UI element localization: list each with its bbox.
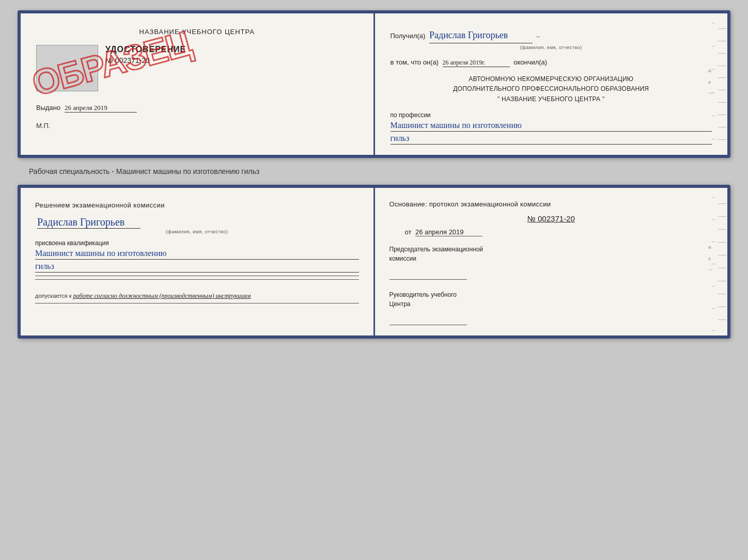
issued-line: Выдано 26 апреля 2019 (36, 104, 358, 113)
org-line1: АВТОНОМНУЮ НЕКОММЕРЧЕСКУЮ ОРГАНИЗАЦИЮ (391, 74, 712, 84)
chairman-signature (389, 265, 467, 280)
underline3 (35, 303, 359, 303)
director-label1: Руководитель учебного (389, 290, 713, 299)
chairman-block: Председатель экзаменационной комиссии (389, 245, 713, 280)
deco-line (718, 41, 726, 41)
deco-line (718, 281, 726, 281)
director-label2: Центра (389, 299, 713, 309)
cert-number: № 002371-20 (105, 56, 186, 65)
date-of: от 26 апреля 2019 (405, 228, 713, 236)
deco-line (718, 139, 726, 140)
deco-line (718, 66, 726, 66)
allowed-prefix: допускается к (35, 293, 72, 299)
chairman-label2: комиссии (389, 254, 713, 263)
bottom-document-card: Решением экзаменационной комиссии Радисл… (18, 185, 730, 339)
deco-line (718, 242, 726, 243)
dash-marks-right: – – – – – – (712, 19, 715, 142)
qualification-line: присвоена квалификация (35, 239, 359, 247)
bottom-left-panel: Решением экзаменационной комиссии Радисл… (21, 188, 375, 335)
deco-line (718, 319, 726, 320)
received-line: Получил(а) Радислав Григорьев – (фамилия… (391, 28, 712, 51)
section-title-bottom: Решением экзаменационной комиссии (35, 200, 359, 211)
top-right-panel: Получил(а) Радислав Григорьев – (фамилия… (375, 13, 728, 155)
cert-title-block: УДОСТОВЕРЕНИЕ № 002371-20 (105, 45, 186, 65)
deco-line (718, 203, 726, 204)
bottom-right-panel: Основание: протокол экзаменационной коми… (375, 188, 728, 335)
mp-label: М.П. (36, 122, 358, 130)
profession-prefix: по профессии (391, 111, 431, 119)
profession-value1: Машинист машины по изготовлению (391, 121, 712, 132)
date-of-prefix: от (405, 228, 412, 236)
right-deco-lines (717, 13, 727, 155)
deco-line (718, 127, 726, 127)
profession-label-top: по профессии Машинист машины по изготовл… (391, 111, 712, 145)
org-name-top: НАЗВАНИЕ УЧЕБНОГО ЦЕНТРА (36, 28, 358, 36)
org-block: АВТОНОМНУЮ НЕКОММЕРЧЕСКУЮ ОРГАНИЗАЦИЮ ДО… (391, 74, 712, 104)
cert-content-row: УДОСТОВЕРЕНИЕ № 002371-20 (36, 41, 358, 95)
chairman-label1: Председатель экзаменационной (389, 245, 713, 254)
cert-title: УДОСТОВЕРЕНИЕ (105, 45, 186, 54)
date-prefix-top: в том, что он(а) (391, 58, 439, 66)
qualification-value2: гильз (35, 262, 359, 273)
qualification-value1: Машинист машины по изготовлению (35, 249, 359, 260)
basis-title: Основание: протокол экзаменационной коми… (389, 200, 713, 208)
dash-after-name: – (537, 33, 540, 39)
deco-line (718, 102, 726, 103)
allowed-line: допускается к работе согласно должностны… (35, 292, 359, 300)
recipient-name-bottom: Радислав Григорьев (37, 216, 141, 229)
dash-marks-right-bottom: – – – – – – – (712, 193, 715, 334)
top-left-panel: НАЗВАНИЕ УЧЕБНОГО ЦЕНТРА УДОСТОВЕРЕНИЕ №… (21, 13, 375, 155)
issued-date: 26 апреля 2019 (65, 104, 137, 113)
received-prefix: Получил(а) (391, 32, 426, 40)
date-line-top: в том, что он(а) 26 апреля 2019г. окончи… (391, 58, 712, 67)
date-of-value: 26 апреля 2019 (415, 228, 482, 236)
recipient-name-bottom-wrap: Радислав Григорьев (фамилия, имя, отчест… (35, 216, 359, 234)
deco-line (718, 28, 726, 29)
deco-line (718, 294, 726, 294)
org-line3: " НАЗВАНИЕ УЧЕБНОГО ЦЕНТРА " (391, 94, 712, 104)
qualification-label: присвоена квалификация (35, 239, 109, 247)
deco-line (718, 307, 726, 307)
right-deco-lines-bottom (717, 188, 727, 335)
fio-label-top: (фамилия, имя, отчество) (391, 44, 712, 51)
deco-line (718, 53, 726, 54)
top-document-card: НАЗВАНИЕ УЧЕБНОГО ЦЕНТРА УДОСТОВЕРЕНИЕ №… (18, 10, 730, 158)
protocol-number: № 002371-20 (389, 214, 713, 223)
recipient-name-top: Радислав Григорьев (429, 28, 533, 43)
fio-label-bottom: (фамилия, имя, отчество) (35, 229, 359, 234)
deco-line (718, 77, 726, 78)
deco-line (718, 216, 726, 217)
profession-value2: гильз (391, 134, 712, 145)
deco-line (718, 229, 726, 230)
between-label: Рабочая специальность - Машинист машины … (29, 167, 259, 175)
deco-line (718, 115, 726, 115)
date-value-top: 26 апреля 2019г. (443, 59, 510, 67)
underline1 (35, 276, 359, 276)
deco-line (718, 255, 726, 255)
deco-line (718, 268, 726, 268)
deco-line (718, 90, 726, 90)
date-suffix-top: окончил(а) (513, 58, 547, 66)
director-block: Руководитель учебного Центра (389, 290, 713, 325)
allowed-text: работе согласно должностным (производств… (73, 292, 251, 299)
issued-label: Выдано (36, 104, 60, 111)
photo-placeholder (36, 45, 98, 91)
underline2 (35, 279, 359, 280)
director-signature (389, 311, 467, 325)
org-line2: ДОПОЛНИТЕЛЬНОГО ПРОФЕССИОНАЛЬНОГО ОБРАЗО… (391, 84, 712, 94)
